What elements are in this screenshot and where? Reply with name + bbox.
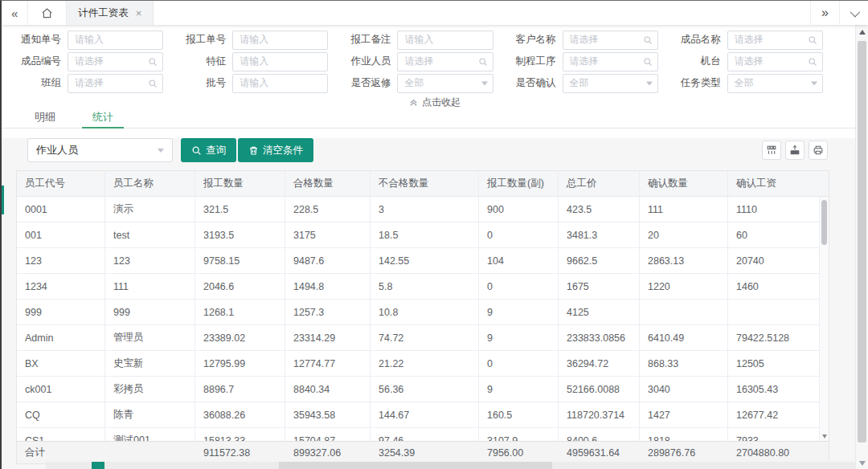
tab-piece-wage-sheet[interactable]: 计件工资表 × <box>67 1 154 25</box>
input-placeholder: 请选择 <box>728 33 764 47</box>
page-scrollbar-thumb[interactable] <box>858 41 866 442</box>
table-cell: 彩拷员 <box>105 377 195 402</box>
table-cell: 142.55 <box>371 248 479 273</box>
header-cell: 确认数量 <box>640 171 728 196</box>
table-cell: 12774.77 <box>285 351 371 376</box>
filter-select[interactable]: 全部 <box>397 74 493 93</box>
table-cell <box>640 300 728 324</box>
table-toolbar: 作业人员 查询 清空条件 <box>27 138 828 162</box>
search-icon[interactable] <box>643 57 653 67</box>
search-icon[interactable] <box>808 57 817 67</box>
search-icon[interactable] <box>148 79 158 88</box>
collapse-filters-button[interactable]: 点击收起 <box>2 94 868 110</box>
table-row[interactable]: 12341112046.61494.85.80167512201460 <box>17 274 829 300</box>
tab-detail[interactable]: 明细 <box>24 110 66 128</box>
filter-label: 机台 <box>666 55 721 68</box>
scroll-down-arrow-icon[interactable] <box>859 461 866 466</box>
export-button[interactable] <box>785 141 805 160</box>
select-icon-wrap <box>646 81 653 85</box>
summary-cell: 2704880.80 <box>728 442 821 463</box>
table-cell: CS1 <box>17 428 105 441</box>
filter-select[interactable]: 全部 <box>563 74 658 93</box>
filter-field: 报工备注请输入 <box>336 31 493 50</box>
header-cell: 合格数量 <box>285 171 371 196</box>
filter-picker-input[interactable]: 请选择 <box>727 31 823 50</box>
table-cell: 陈青 <box>105 402 195 427</box>
caret-down-icon <box>811 81 817 85</box>
search-icon[interactable] <box>808 35 817 45</box>
filter-field: 成品编号请选择 <box>6 52 163 71</box>
column-settings-button[interactable] <box>762 141 781 160</box>
table-row[interactable]: 001test3193.5317518.503481.32060 <box>17 222 829 248</box>
print-icon <box>813 145 824 156</box>
filter-picker-input[interactable]: 请选择 <box>563 31 658 50</box>
header-cell: 确认工资 <box>728 171 821 196</box>
collapse-left-icon[interactable]: « <box>2 1 27 25</box>
search-icon[interactable] <box>478 57 488 67</box>
table-scrollbar-thumb[interactable] <box>821 200 827 245</box>
close-tab-icon[interactable]: × <box>136 8 142 18</box>
search-icon <box>191 145 202 156</box>
table-cell: 管理员 <box>105 325 195 350</box>
filter-picker-input[interactable]: 请选择 <box>397 52 493 71</box>
filter-label: 批号 <box>171 76 226 90</box>
table-cell: 9758.15 <box>195 248 285 273</box>
table-cell: 160.5 <box>479 402 559 427</box>
page-horizontal-scrollbar[interactable] <box>46 462 855 469</box>
query-button[interactable]: 查询 <box>181 138 236 162</box>
scroll-up-arrow-icon[interactable] <box>859 30 866 35</box>
table-row[interactable]: 1231239758.159487.6142.551049662.52863.1… <box>17 248 829 274</box>
table-scrollbar[interactable] <box>819 197 829 441</box>
summary-cell: 289876.76 <box>640 442 728 463</box>
filter-picker-input[interactable]: 请选择 <box>563 52 658 71</box>
filter-picker-input[interactable]: 请选择 <box>68 52 163 71</box>
filter-field: 特征请输入 <box>171 52 328 71</box>
table-row[interactable]: CQ陈青36088.2635943.58144.67160.5118720.37… <box>17 402 829 428</box>
home-tab[interactable] <box>27 1 67 25</box>
table-row[interactable]: 9999991268.11257.310.894125 <box>17 300 829 325</box>
table-row[interactable]: Admin管理员23389.0223314.2974.729233833.085… <box>17 325 829 351</box>
table-cell: 60 <box>728 222 821 247</box>
filter-label: 作业人员 <box>336 55 391 68</box>
table-row[interactable]: CS1测试00115813.3315704.8797.463107.98400.… <box>17 428 829 441</box>
clear-conditions-button[interactable]: 清空条件 <box>238 138 313 162</box>
tab-statistics[interactable]: 统计 <box>82 110 124 128</box>
table-cell: 5.8 <box>371 274 479 299</box>
select-icon-wrap <box>481 81 488 85</box>
scroll-down-icon[interactable] <box>822 434 827 438</box>
filter-picker-input[interactable]: 请选择 <box>68 74 163 93</box>
tab-menu-toggle[interactable] <box>839 1 868 25</box>
table-cell: 999 <box>17 300 105 324</box>
filter-label: 成品名称 <box>666 33 721 47</box>
filter-text-input[interactable]: 请输入 <box>232 74 328 93</box>
table-cell: 144.67 <box>371 402 479 427</box>
filter-field: 制程工序请选择 <box>502 52 658 71</box>
chevron-down-icon <box>850 6 861 17</box>
summary-cell <box>105 442 195 463</box>
page-hscrollbar-thumb[interactable] <box>279 462 552 469</box>
table-row[interactable]: 0001演示321.5228.53900423.51111110 <box>17 197 829 222</box>
filter-label: 报工备注 <box>336 33 391 47</box>
group-field-select[interactable]: 作业人员 <box>27 138 173 162</box>
app-window: « 计件工资表 × » 通知单号请输入报工单号请输入报工备注请输入客户名称请选择… <box>0 0 868 469</box>
filter-label: 报工单号 <box>171 33 226 47</box>
page-vertical-scrollbar[interactable] <box>855 25 868 469</box>
table-cell: 3 <box>371 197 479 222</box>
filter-text-input[interactable]: 请输入 <box>232 31 328 50</box>
table-row[interactable]: ck001彩拷员8896.78840.3456.36952166.0088304… <box>17 377 829 402</box>
search-icon[interactable] <box>148 57 158 67</box>
table-cell: 1220 <box>640 274 728 299</box>
filter-text-input[interactable]: 请输入 <box>68 31 163 50</box>
filter-text-input[interactable]: 请输入 <box>232 52 328 71</box>
table-cell: BX <box>17 351 105 376</box>
print-button[interactable] <box>809 141 828 160</box>
filter-picker-input[interactable]: 请选择 <box>727 52 823 71</box>
table-row[interactable]: BX史宝新12795.9912774.7721.22036294.72868.3… <box>17 351 829 377</box>
expand-right-icon[interactable]: » <box>810 1 839 25</box>
table-cell: 1818 <box>640 428 728 441</box>
filter-text-input[interactable]: 请输入 <box>397 31 493 50</box>
table-cell: 23314.29 <box>285 325 371 350</box>
picker-icon-wrap <box>643 35 653 45</box>
filter-select[interactable]: 全部 <box>727 74 823 93</box>
search-icon[interactable] <box>643 35 653 45</box>
